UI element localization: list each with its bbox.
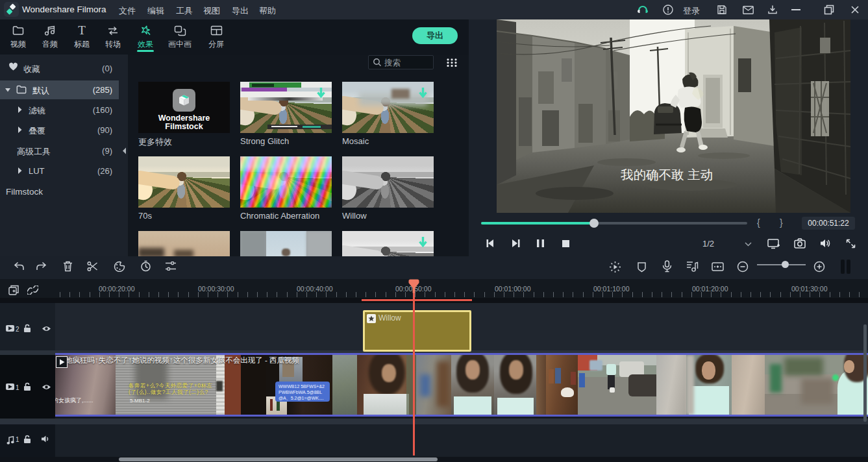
svg-text:我的确不敢 主动: 我的确不敢 主动	[621, 167, 713, 182]
